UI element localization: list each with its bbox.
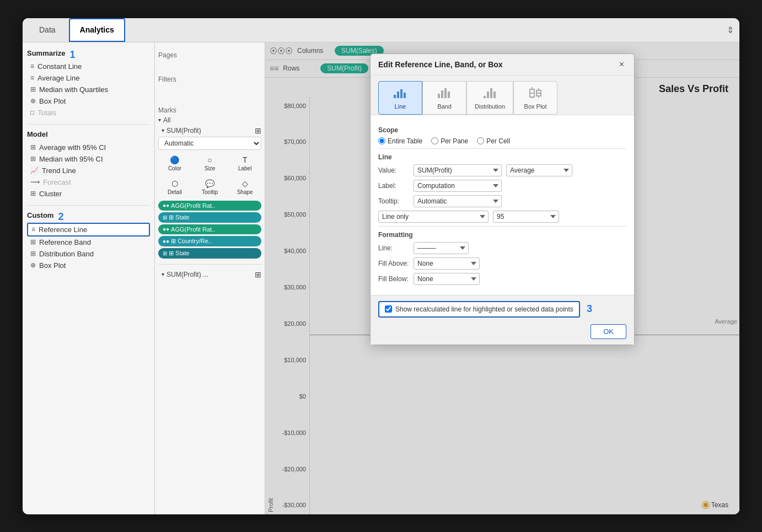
color-icon: 🔵	[170, 155, 179, 164]
reference-line-icon: ≡	[31, 225, 35, 233]
left-item-distribution-band[interactable]: ⊞ Distribution Band	[27, 248, 150, 260]
pill-country-re[interactable]: ●● ⊞ Country/Re..	[158, 236, 261, 246]
shape-label: Shape	[237, 189, 253, 195]
top-tabs: Data Analytics ⇕	[23, 18, 739, 42]
marks-icons-group: 🔵 Color ○ Size T Label	[158, 153, 261, 174]
left-item-average-line[interactable]: ≡ Average Line	[27, 72, 150, 84]
label-label: Label	[238, 165, 251, 171]
dtype-line-btn[interactable]: Line	[378, 81, 422, 115]
pill-agg-icon-1: ●●	[163, 202, 169, 208]
svg-rect-6	[444, 88, 447, 98]
dialog-titlebar: Edit Reference Line, Band, or Box ×	[371, 54, 634, 76]
left-item-reference-band[interactable]: ⊞ Reference Band	[27, 237, 150, 248]
tab-analytics[interactable]: Analytics	[69, 18, 125, 42]
label-row: Label: Computation	[378, 180, 626, 192]
left-item-median-95ci[interactable]: ⊞ Median with 95% CI	[27, 153, 150, 165]
value-select[interactable]: SUM(Profit)	[414, 164, 502, 176]
detail-label: Detail	[168, 189, 182, 195]
box-plot-icon: ⊕	[30, 97, 36, 105]
left-item-avg-95ci[interactable]: ⊞ Average with 95% CI	[27, 142, 150, 153]
marks-icons2-group: ⬡ Detail 💬 Tooltip ◇ Shape	[158, 177, 261, 197]
avg-95ci-icon: ⊞	[30, 143, 36, 151]
custom-section-header: Custom 2	[27, 211, 150, 223]
pill-state-label-1: ⊞ State	[169, 214, 190, 221]
marks-sum-dots-label: SUM(Profit) ...	[167, 271, 208, 278]
marks-sum-caret: ▾	[162, 127, 164, 133]
line-format-separator	[378, 226, 626, 227]
scope-line-separator	[378, 148, 626, 149]
tab-data[interactable]: Data	[28, 18, 67, 42]
marks-size-btn[interactable]: ○ Size	[194, 153, 227, 174]
marks-sum-profit-label: SUM(Profit)	[167, 127, 201, 135]
ok-button[interactable]: OK	[591, 324, 626, 339]
format-line-select[interactable]: ────	[414, 242, 469, 254]
scope-pane-radio[interactable]	[431, 137, 438, 144]
marks-sum-expand-icon: ⊞	[255, 126, 261, 135]
scope-cell-label: Per Cell	[486, 137, 510, 145]
left-item-reference-line[interactable]: ≡ Reference Line	[27, 223, 150, 237]
trend-line-icon: 📈	[30, 166, 39, 174]
svg-rect-7	[448, 92, 450, 98]
totals-label: Totals	[37, 109, 56, 117]
pill-state-1[interactable]: ⊞ ⊞ State	[158, 212, 261, 223]
marks-color-btn[interactable]: 🔵 Color	[158, 153, 191, 174]
pill-agg-profit-rat-1[interactable]: ●● AGG(Profit Rat..	[158, 201, 261, 211]
left-item-box-plot[interactable]: ⊕ Box Plot	[27, 95, 150, 107]
constant-line-label: Constant Line	[37, 62, 82, 71]
label-select[interactable]: Computation	[414, 180, 502, 192]
scope-cell-radio[interactable]	[477, 137, 484, 144]
line-value-select[interactable]: 95	[493, 211, 559, 223]
marks-all-caret: ▾	[158, 117, 161, 123]
marks-sum-profit-dots[interactable]: ▾ SUM(Profit) ... ⊞	[158, 270, 261, 279]
reference-band-label: Reference Band	[39, 238, 91, 246]
dtype-line-label: Line	[395, 103, 406, 110]
pill-country-icon: ●●	[163, 238, 169, 244]
dialog-close-button[interactable]: ×	[617, 60, 626, 69]
fill-above-select[interactable]: None	[414, 257, 480, 270]
label-label: Label:	[378, 182, 409, 190]
marks-shape-btn[interactable]: ◇ Shape	[228, 177, 261, 197]
dtype-boxplot-btn[interactable]: Box Plot	[513, 81, 557, 115]
marks-tooltip-btn[interactable]: 💬 Tooltip	[194, 177, 227, 197]
line-type-select[interactable]: Line only	[378, 211, 489, 223]
aggregation-select[interactable]: Average	[506, 164, 572, 176]
filters-label: Filters	[158, 76, 261, 83]
left-item-custom-box-plot[interactable]: ⊕ Box Plot	[27, 260, 150, 271]
marks-detail-btn[interactable]: ⬡ Detail	[158, 177, 191, 197]
pill-agg-profit-rat-2[interactable]: ●● AGG(Profit Rat..	[158, 224, 261, 234]
scope-per-pane[interactable]: Per Pane	[431, 137, 468, 145]
reference-band-icon: ⊞	[30, 238, 36, 246]
scope-per-cell[interactable]: Per Cell	[477, 137, 510, 145]
median-quartiles-icon: ⊞	[30, 85, 36, 93]
cluster-label: Cluster	[39, 190, 62, 198]
left-item-constant-line[interactable]: ≡ Constant Line	[27, 61, 150, 72]
marks-type-dropdown[interactable]: Automatic	[158, 137, 261, 150]
svg-rect-2	[400, 89, 403, 98]
svg-rect-11	[493, 92, 496, 98]
left-item-cluster[interactable]: ⊞ Cluster	[27, 188, 150, 200]
left-item-median-quartiles[interactable]: ⊞ Median with Quartiles	[27, 84, 150, 95]
distribution-band-label: Distribution Band	[39, 250, 94, 258]
left-panel: Summarize 1 ≡ Constant Line ≡ Average Li…	[23, 42, 155, 514]
scope-entire-table[interactable]: Entire Table	[378, 137, 422, 145]
marks-sum-profit-header[interactable]: ▾ SUM(Profit) ⊞	[158, 126, 261, 135]
band-chart-icon	[437, 86, 452, 101]
fill-below-select[interactable]: None	[414, 273, 480, 285]
left-item-trend-line[interactable]: 📈 Trend Line	[27, 165, 150, 176]
marks-dots-expand-icon: ⊞	[255, 270, 261, 279]
tooltip-label: Tooltip	[202, 189, 218, 195]
tooltip-select[interactable]: Automatic	[414, 195, 502, 207]
left-item-totals: □ Totals	[27, 107, 150, 119]
recalculate-checkbox[interactable]	[385, 305, 392, 313]
dtype-distribution-label: Distribution	[475, 103, 505, 110]
marks-label-btn[interactable]: T Label	[228, 153, 261, 174]
svg-rect-4	[438, 94, 440, 98]
scope-entire-radio[interactable]	[378, 137, 385, 144]
recalculate-label: Show recalculated line for highlighted o…	[395, 305, 573, 313]
app-window: Data Analytics ⇕ Summarize 1 ≡ Constant …	[23, 18, 739, 514]
fill-above-label: Fill Above:	[378, 260, 409, 267]
dtype-distribution-btn[interactable]: Distribution	[466, 81, 513, 115]
edit-reference-dialog: Edit Reference Line, Band, or Box ×	[370, 53, 635, 345]
dtype-band-btn[interactable]: Band	[422, 81, 466, 115]
pill-state-2[interactable]: ⊞ ⊞ State	[158, 248, 261, 259]
